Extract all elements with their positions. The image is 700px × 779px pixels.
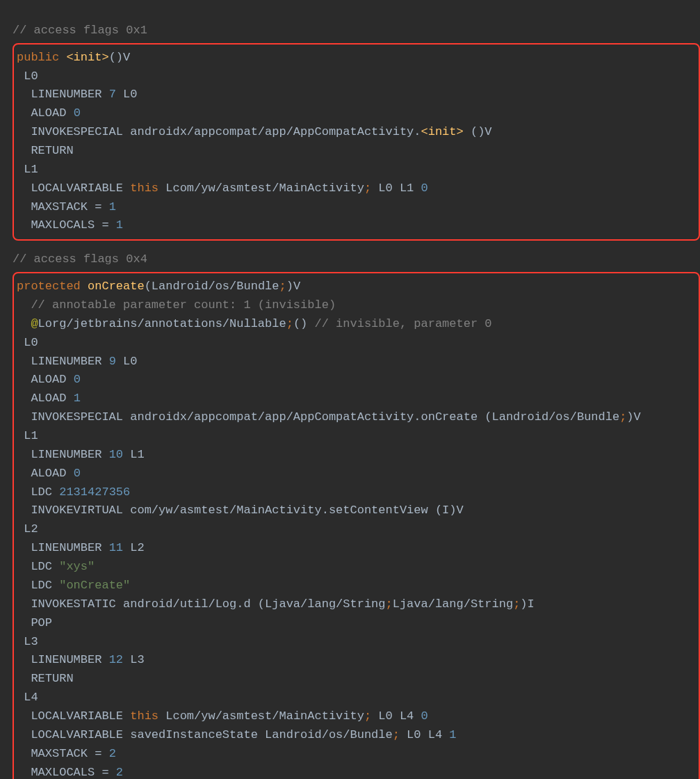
op: ALOAD [31,392,66,405]
number: 2131427356 [59,485,130,499]
label-ref: L0 [123,88,137,101]
number: 2 [116,766,123,779]
comment: // access flags 0x1 [13,24,147,37]
op: ALOAD [31,467,66,480]
range: L0 L4 [400,728,449,741]
label: L1 [24,163,38,176]
semicolon: ; [386,597,393,611]
number: 0 [74,467,81,480]
op: LINENUMBER [31,653,101,666]
label: L4 [24,691,38,704]
semicolon: ; [364,709,371,723]
op: RETURN [31,144,73,157]
label: L0 [24,336,38,349]
label: L3 [24,635,38,648]
op: LOCALVARIABLE [31,182,123,195]
op: ALOAD [31,106,66,120]
method-name: onCreate [88,280,145,293]
this: this [130,182,158,195]
number: 0 [74,373,81,386]
label: L2 [24,522,38,536]
type: Landroid/os/Bundle [265,728,393,741]
number: 0 [421,182,428,195]
number: 1 [449,728,456,741]
label: L1 [24,429,38,442]
semicolon: ; [393,728,400,741]
call-part: )I [520,597,534,611]
semicolon: ; [619,410,626,424]
keyword-public: public [17,51,59,64]
string-literal: "xys" [59,560,95,573]
op: LOCALVARIABLE [31,728,123,741]
number: 10 [109,448,123,461]
op: INVOKESPECIAL [31,410,123,424]
type: Lcom/yw/asmtest/MainActivity [165,182,364,195]
op: POP [31,616,52,629]
number: 0 [74,106,81,120]
op: LINENUMBER [31,88,101,101]
op: INVOKESPECIAL [31,125,123,138]
maxstack: MAXSTACK = [31,747,108,760]
number: 0 [421,709,428,723]
label-ref: L2 [130,541,144,554]
signature: ()V [109,51,131,64]
maxlocals: MAXLOCALS = [31,766,115,779]
semicolon: ; [286,317,293,330]
method-name: <init> [66,51,108,64]
varname: savedInstanceState [130,728,258,741]
bytecode-listing: // access flags 0x1 public <init>()V L0 … [0,0,700,779]
maxstack: MAXSTACK = [31,200,108,214]
label-ref: L3 [130,653,144,666]
number: 1 [116,218,123,232]
maxlocals: MAXLOCALS = [31,218,115,232]
op: LINENUMBER [31,355,101,368]
annotation-path: Lorg/jetbrains/annotations/Nullable [38,317,286,330]
label-ref: L0 [123,355,137,368]
label-ref: L1 [130,448,144,461]
number: 12 [109,653,123,666]
type: Lcom/yw/asmtest/MainActivity [165,709,364,723]
call-part: Ljava/lang/String [393,597,513,611]
this: this [130,709,158,723]
range: L0 L1 [371,182,421,195]
method-block-oncreate: protected onCreate(Landroid/os/Bundle;)V… [13,272,700,779]
call-target: androidx/appcompat/app/AppCompatActivity… [130,410,619,424]
call-desc: ()V [464,125,492,138]
sig-part: (Landroid/os/Bundle [145,280,279,293]
op: LINENUMBER [31,541,101,554]
comment: // access flags 0x4 [13,252,147,266]
number: 2 [109,747,116,760]
number: 7 [109,88,116,101]
init-ref: <init> [421,125,464,138]
number: 1 [74,392,81,405]
call-target: com/yw/asmtest/MainActivity.setContentVi… [130,504,463,517]
op: RETURN [31,672,73,685]
semicolon: ; [364,182,371,195]
number: 9 [109,355,116,368]
call-target: androidx/appcompat/app/AppCompatActivity… [130,125,421,138]
semicolon: ; [513,597,520,611]
comment: // annotable parameter count: 1 (invisib… [31,298,336,312]
op: LOCALVARIABLE [31,709,123,723]
label: L0 [24,70,38,83]
range: L0 L4 [371,709,421,723]
number: 11 [109,541,123,554]
op: LDC [31,560,52,573]
method-block-init: public <init>()V L0 LINENUMBER 7 L0 ALOA… [13,43,700,241]
op: INVOKESTATIC [31,597,115,611]
keyword-protected: protected [17,280,81,293]
annotation-tail: () [293,317,307,330]
number: 1 [109,200,116,214]
op: LDC [31,579,52,592]
call-target: android/util/Log.d (Ljava/lang/String [123,597,385,611]
op: LDC [31,485,52,499]
semicolon: ; [279,280,286,293]
sig-part: )V [286,280,300,293]
op: LINENUMBER [31,448,101,461]
op: INVOKEVIRTUAL [31,504,123,517]
string-literal: "onCreate" [59,579,130,592]
op: ALOAD [31,373,66,386]
call-desc: )V [626,410,640,424]
comment: // invisible, parameter 0 [314,317,491,330]
annotation-at: @ [31,317,38,330]
